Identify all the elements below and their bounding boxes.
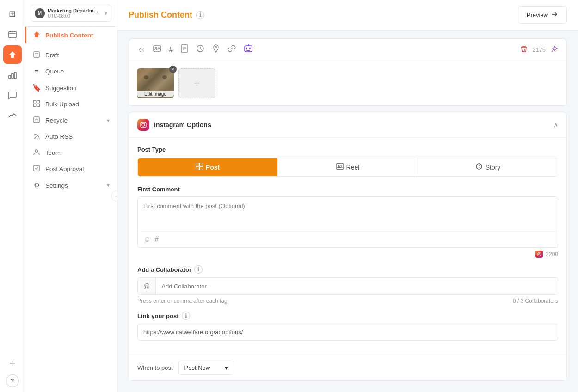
page-title: Publish Content ℹ <box>129 10 204 20</box>
preview-arrow <box>551 11 558 19</box>
sidebar-item-settings[interactable]: ⚙ Settings ▾ <box>25 177 117 194</box>
image-toolbar-icon[interactable] <box>152 43 162 56</box>
reel-tab-label: Reel <box>346 164 360 171</box>
recycle-chevron: ▾ <box>107 117 110 124</box>
comment-toolbar: ☺ # <box>138 231 558 247</box>
sidebar-collapse-button[interactable]: ← <box>111 190 117 202</box>
settings-chevron: ▾ <box>107 182 110 189</box>
svg-rect-7 <box>34 52 39 57</box>
svg-point-34 <box>145 123 146 124</box>
auto-rss-icon <box>32 133 41 141</box>
collaborator-input[interactable] <box>156 278 558 294</box>
preview-label: Preview <box>527 12 548 18</box>
delete-button[interactable] <box>520 45 528 55</box>
svg-point-48 <box>539 254 540 255</box>
post-tab-label: Post <box>206 164 220 171</box>
sidebar-item-bulk-upload-label: Bulk Upload <box>45 101 79 108</box>
reel-tab-icon <box>336 163 344 172</box>
first-comment-input[interactable] <box>138 197 558 229</box>
sidebar-item-suggestion-label: Suggestion <box>45 85 77 92</box>
toolbar-right: 2175 <box>520 45 559 55</box>
magic-wand-icon[interactable] <box>550 45 559 55</box>
comments-nav-icon[interactable] <box>3 86 22 104</box>
at-symbol: @ <box>138 278 156 294</box>
workspace-selector[interactable]: M Marketing Departm... UTC-08:00 ▾ <box>31 5 111 22</box>
image-remove-button[interactable]: ✕ <box>169 66 177 73</box>
svg-point-15 <box>34 137 36 139</box>
sidebar-item-queue-label: Queue <box>45 68 64 75</box>
workspace-chevron: ▾ <box>105 10 107 17</box>
sidebar-item-team[interactable]: Team <box>25 145 117 161</box>
location-toolbar-icon[interactable] <box>211 43 221 56</box>
main-body: ☺ # <box>117 31 578 392</box>
content-editor-card: ☺ # <box>129 38 567 106</box>
add-image-icon: + <box>194 77 200 89</box>
instagram-section-body: Post Type Post Reel <box>129 138 566 355</box>
sidebar-item-auto-rss-label: Auto RSS <box>45 133 73 140</box>
link-toolbar-icon[interactable] <box>227 43 237 56</box>
collaborator-hint-row: Press enter or comma after each tag 0 / … <box>137 298 558 304</box>
suggestion-icon: 🔖 <box>32 84 41 92</box>
sidebar-item-draft[interactable]: Draft <box>25 47 117 63</box>
svg-rect-12 <box>34 104 37 107</box>
when-to-post-select[interactable]: Post Now ▾ <box>178 361 234 375</box>
main-header: Publish Content ℹ Preview <box>117 0 578 31</box>
svg-point-25 <box>215 47 217 48</box>
when-to-post-row: When to post Post Now ▾ <box>129 355 566 380</box>
publish-nav-icon[interactable] <box>3 45 22 64</box>
sidebar-item-bulk-upload[interactable]: Bulk Upload <box>25 96 117 112</box>
title-info-icon[interactable]: ℹ <box>196 11 204 19</box>
svg-point-27 <box>246 48 247 49</box>
collaborator-input-row: @ <box>137 277 558 295</box>
link-input[interactable] <box>137 324 558 341</box>
calendar-icon[interactable] <box>3 25 22 43</box>
collaborator-info-icon[interactable]: ℹ <box>194 265 203 274</box>
collaborator-label-text: Add a Collaborator <box>137 266 191 273</box>
sidebar-item-post-approval[interactable]: Post Approval <box>25 161 117 177</box>
hashtag-toolbar-icon[interactable]: # <box>168 45 174 55</box>
instagram-section-header: Instagram Options ∧ <box>129 112 566 138</box>
comment-emoji-icon[interactable]: ☺ <box>143 235 151 244</box>
help-icon[interactable]: ? <box>6 374 19 387</box>
sidebar-item-auto-rss[interactable]: Auto RSS <box>25 129 117 145</box>
grid-icon[interactable]: ⊞ <box>3 5 22 23</box>
file-toolbar-icon[interactable] <box>179 43 190 56</box>
sidebar-item-recycle[interactable]: Recycle ▾ <box>25 112 117 129</box>
add-image-button[interactable]: + <box>178 68 215 98</box>
post-type-tab-story[interactable]: Story <box>418 158 558 176</box>
sidebar-item-recycle-label: Recycle <box>45 117 68 124</box>
link-label: Link your post ℹ <box>137 312 558 320</box>
sidebar-item-publish-label: Publish Content <box>45 32 93 39</box>
story-tab-icon <box>475 163 483 172</box>
svg-rect-0 <box>9 31 16 38</box>
icon-rail: ⊞ + ? <box>0 0 25 392</box>
svg-rect-36 <box>199 163 203 166</box>
social-bot-icon[interactable] <box>242 43 254 56</box>
workspace-timezone: UTC-08:00 <box>48 13 105 18</box>
analytics-nav-icon[interactable] <box>3 66 22 84</box>
link-info-icon[interactable]: ℹ <box>182 312 190 320</box>
svg-rect-37 <box>196 167 199 170</box>
sidebar-item-suggestion[interactable]: 🔖 Suggestion <box>25 80 117 96</box>
edit-image-label[interactable]: Edit Image <box>137 91 174 97</box>
when-to-post-label: When to post <box>137 364 173 371</box>
preview-button[interactable]: Preview <box>518 6 567 24</box>
svg-rect-18 <box>154 46 161 51</box>
main-content: Publish Content ℹ Preview ☺ # <box>117 0 578 392</box>
emoji-toolbar-icon[interactable]: ☺ <box>137 44 147 55</box>
post-type-tab-reel[interactable]: Reel <box>278 158 418 176</box>
reports-nav-icon[interactable] <box>3 106 22 125</box>
queue-icon: ≡ <box>32 67 41 75</box>
sidebar-item-draft-label: Draft <box>45 52 59 59</box>
workspace-name: Marketing Departm... <box>48 8 105 13</box>
sidebar: M Marketing Departm... UTC-08:00 ▾ Publi… <box>25 0 117 392</box>
collapse-section-icon[interactable]: ∧ <box>553 121 558 129</box>
comment-hashtag-icon[interactable]: # <box>154 235 159 244</box>
sidebar-item-queue[interactable]: ≡ Queue <box>25 63 117 80</box>
svg-rect-32 <box>141 122 146 128</box>
post-type-tab-post[interactable]: Post <box>138 158 278 176</box>
sidebar-item-publish[interactable]: Publish Content <box>25 27 117 43</box>
svg-point-49 <box>540 253 541 254</box>
add-workspace-icon[interactable]: + <box>3 354 22 373</box>
clock-toolbar-icon[interactable] <box>195 43 205 56</box>
